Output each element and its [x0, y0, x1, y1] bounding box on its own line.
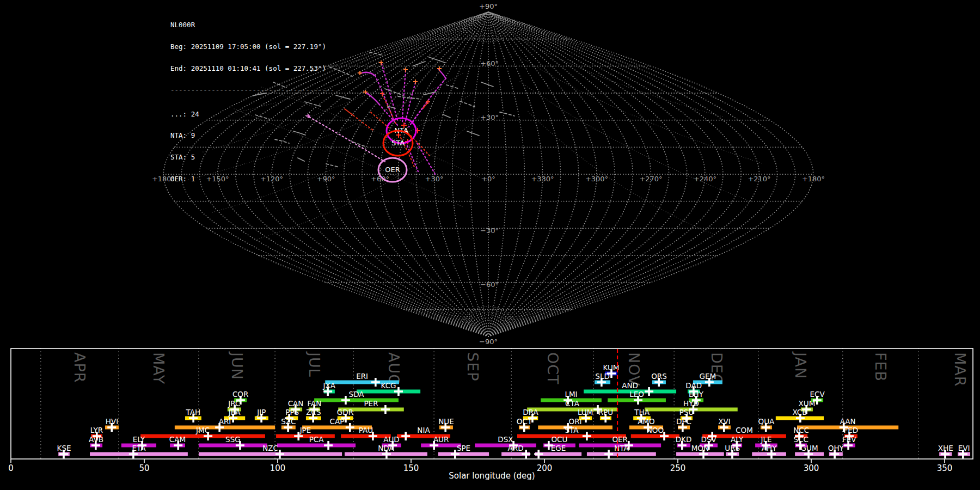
meteor-trail-spo	[385, 89, 403, 95]
map-label-longitude: +330°	[531, 175, 554, 183]
pole-ring	[474, 320, 503, 328]
peak-marker-CAP	[346, 423, 354, 432]
shower-label-NCC: NCC	[793, 426, 809, 434]
shower-label-OER: OER	[612, 435, 628, 444]
radiant-label-oer: OER	[385, 166, 400, 174]
x-tick-label-300: 300	[804, 463, 819, 473]
trail-begin-marker	[358, 71, 362, 75]
count-nta: NTA: 9	[170, 132, 334, 139]
meteor-trail-spo	[500, 112, 514, 116]
month-label-FEB: FEB	[872, 352, 889, 382]
shower-label-EGE: EGE	[551, 444, 566, 452]
shower-label-ELY: ELY	[133, 435, 145, 444]
meteor-trail-spo	[460, 101, 475, 107]
x-tick-label-350: 350	[937, 463, 953, 473]
map-label-latitude: +60°	[480, 59, 499, 68]
shower-label-CAP: CAP	[330, 417, 345, 426]
map-label-latitude: +30°	[480, 113, 499, 121]
shower-label-NTA: NTA	[614, 444, 629, 452]
peak-marker-ERI	[371, 378, 380, 387]
map-label-longitude: +210°	[748, 175, 770, 183]
x-tick-label-200: 200	[537, 463, 553, 473]
shower-bar-PCA	[277, 444, 356, 448]
end-time: End: 20251110 01:10:41 (sol = 227.53°)	[170, 65, 334, 72]
shower-label-AND: AND	[622, 381, 638, 390]
shower-label-PER: PER	[364, 399, 378, 408]
shower-label-OCU: OCU	[551, 435, 567, 444]
map-label-longitude: +240°	[694, 175, 716, 183]
map-label-latitude: −60°	[480, 280, 499, 289]
shower-label-PAU: PAU	[359, 426, 373, 434]
shower-label-JXA: JXA	[323, 381, 336, 390]
shower-label-OHY: OHY	[828, 444, 844, 452]
shower-label-LEO: LEO	[629, 390, 644, 399]
meteor-trail-nta	[360, 72, 375, 76]
shower-label-DRA: DRA	[523, 408, 538, 416]
shower-bar-KCG	[357, 390, 420, 394]
shower-bar-JPE	[276, 434, 335, 438]
shower-bar-ARI	[175, 426, 275, 430]
shower-label-SSG: SSG	[225, 435, 241, 444]
map-label-pole-top: +90°	[479, 2, 498, 10]
shower-label-NOO: NOO	[647, 426, 664, 434]
faint-grid-arc	[512, 34, 724, 117]
observation-info-panel: NL000R Beg: 20251109 17:05:00 (sol = 227…	[170, 7, 334, 197]
shower-label-JPE: JPE	[299, 426, 311, 434]
shower-label-AMO: AMO	[638, 417, 655, 426]
meteor-trail-spo	[370, 52, 382, 55]
map-label-pole-bottom: −90°	[479, 338, 498, 346]
shower-label-AUD: AUD	[383, 435, 400, 444]
meteor-trail-sta	[345, 109, 353, 115]
shower-label-ERI: ERI	[356, 372, 368, 381]
count-sporadic: ...: 24	[170, 111, 334, 118]
shower-label-ARD: ARD	[508, 444, 524, 452]
trail-begin-marker	[437, 66, 442, 71]
shower-bar-AUR	[421, 444, 461, 448]
count-oer: OER: 1	[170, 175, 334, 182]
faint-grid-arc	[520, 82, 751, 201]
plot-canvas: +90°−90°+60°+30°−30°−60°+180°+150°+120°+…	[0, 0, 980, 490]
shower-label-SDA: SDA	[349, 390, 365, 399]
station-code: NL000R	[170, 21, 334, 28]
x-tick-label-150: 150	[403, 463, 419, 473]
shower-bar-STA	[517, 434, 626, 438]
shower-label-MON: MON	[691, 444, 709, 452]
separator-line: ----------------------------------------	[170, 86, 334, 93]
peak-marker-EGE	[534, 450, 543, 458]
meridian-line	[488, 12, 579, 336]
shower-bar-NTA	[587, 452, 656, 456]
meteor-trail-spo	[467, 131, 479, 136]
shower-label-DSX: DSX	[498, 435, 513, 444]
pole-ring	[462, 27, 514, 42]
shower-bar-SSG	[199, 444, 267, 448]
meteor-trail-sta	[353, 115, 375, 131]
peak-marker-STA	[583, 432, 591, 440]
shower-bar-NOO	[631, 434, 679, 438]
shower-bar-SDA	[314, 399, 399, 402]
shower-label-LMI: LMI	[565, 390, 577, 399]
x-axis-title: Solar longitude (deg)	[449, 471, 535, 481]
shower-label-COM: COM	[736, 426, 753, 434]
shower-bar-JMC	[140, 434, 265, 438]
shower-label-GEM: GEM	[700, 372, 716, 381]
shower-label-FEV: FEV	[842, 435, 856, 444]
meteor-trail-nta	[439, 70, 446, 78]
shower-label-DPC: DPC	[676, 417, 691, 426]
meteor-trail-nta	[417, 143, 436, 176]
meteor-trail-nta	[402, 71, 406, 122]
peak-marker-PER	[381, 405, 390, 414]
meteor-trail-spo	[413, 62, 425, 66]
shower-bar-DSX	[475, 444, 536, 448]
meteor-trail-spo	[429, 57, 445, 63]
peak-marker-NIA	[401, 432, 410, 440]
x-tick-label-0: 0	[8, 463, 14, 473]
shower-label-CTA: CTA	[565, 399, 580, 408]
shower-label-AUR: AUR	[433, 435, 449, 444]
month-label-SEP: SEP	[464, 352, 481, 381]
shower-label-PPS: PPS	[285, 408, 299, 416]
activity-chart: APRMAYJUNJULAUGSEPOCTNOVDECJANFEBMARKUME…	[8, 348, 973, 481]
meteor-radiant-plot: +90°−90°+60°+30°−30°−60°+180°+150°+120°+…	[0, 0, 980, 490]
trail-begin-marker	[380, 91, 384, 96]
meteor-trail-nta	[405, 83, 415, 124]
map-label-longitude: +300°	[585, 175, 608, 183]
